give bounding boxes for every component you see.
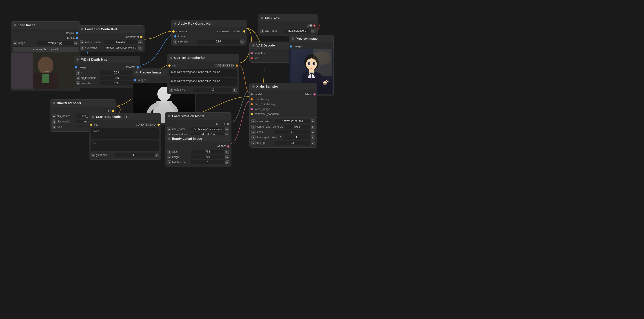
preview-depth-images-label: images	[138, 79, 146, 82]
xlabs-noise-seed-right-btn[interactable]: ▶	[311, 119, 315, 123]
xlabs-timestep-right-btn[interactable]: ▶	[311, 136, 315, 140]
midas-image-output-port[interactable]	[136, 66, 139, 68]
afc-strength-left-btn[interactable]: ◀	[173, 40, 177, 44]
empty-latent-image-title: Empty Latent Image	[166, 135, 231, 142]
xlabs-latent-image-port[interactable]	[250, 108, 253, 110]
dual-clip-output-label: CLIP	[104, 110, 110, 112]
vae-decode-samples-port[interactable]	[250, 52, 253, 54]
svg-rect-5	[11, 53, 33, 89]
preview-right-images-port[interactable]	[290, 46, 292, 48]
midas-bg-left-btn[interactable]: ◀	[76, 76, 80, 80]
xlabs-controlnet-condition-port[interactable]	[250, 113, 253, 115]
node-status-dot	[174, 22, 176, 25]
cte-top-conditioning-port[interactable]	[236, 64, 238, 67]
cte-top-guidance-left-btn[interactable]: ◀	[169, 88, 173, 92]
controlnet-output-port[interactable]	[140, 36, 142, 38]
xlabs-model-port[interactable]	[250, 93, 253, 96]
latent-output-port[interactable]	[227, 145, 230, 148]
midas-a-left-btn[interactable]: ◀	[76, 70, 80, 74]
xlabs-latent-output-port[interactable]	[314, 93, 316, 96]
xlabs-noise-seed-label: noise_seed	[256, 120, 274, 123]
model-name-left-btn[interactable]: ◀	[80, 40, 84, 44]
cte-top-clip-input-port[interactable]	[168, 64, 170, 67]
apply-flux-controlnet-node: Apply Flux ControlNet controlnet control…	[171, 20, 246, 46]
load-vae-node: Load VAE VAE ◀ vae_name ae.safetensors ▶	[258, 14, 318, 36]
image-output-row: IMAGE	[11, 30, 80, 36]
cte-bottom-conditioning-port[interactable]	[158, 124, 160, 126]
vae-output-port[interactable]	[313, 24, 316, 27]
xlabs-control-after-right-btn[interactable]: ▶	[311, 125, 315, 129]
eli-width-label: width	[172, 150, 190, 153]
xlabs-timestep-value: 1	[283, 136, 310, 140]
vae-decode-label: VAE Decode	[256, 44, 275, 47]
cte-bottom-t5xxl-area[interactable]: t5xxl	[91, 140, 159, 152]
controlnet-path-left-btn[interactable]: ◀	[80, 46, 84, 50]
image-output-label: IMAGE	[66, 32, 75, 34]
midas-image-input-port[interactable]	[75, 66, 77, 68]
xlabs-neg-conditioning-port[interactable]	[250, 103, 253, 105]
dual-clip-output-port[interactable]	[112, 110, 114, 112]
xlabs-latent-output-label: latent	[305, 93, 312, 96]
xlabs-sampler-label: Xlabs Sampler	[256, 85, 278, 88]
unet-name-left-btn[interactable]: ◀	[167, 127, 171, 131]
image-right-btn[interactable]: ▶	[74, 41, 78, 45]
xlabs-steps-left-btn[interactable]: ◀	[252, 130, 256, 134]
latent-output-row: LATENT	[166, 144, 231, 149]
cte-bottom-guidance-left-btn[interactable]: ◀	[91, 153, 95, 157]
xlabs-control-after-left-btn[interactable]: ◀	[252, 125, 256, 129]
dual-clip2-left-btn[interactable]: ◀	[52, 120, 56, 124]
afc-controlnet-input-port[interactable]	[172, 30, 174, 32]
cte-bottom-guidance-right-btn[interactable]: ▶	[155, 153, 159, 157]
xlabs-neg-conditioning-label: neg_conditioning	[254, 103, 275, 106]
eli-height-row: ◀ height 768 ▶	[166, 154, 231, 160]
model-name-right-btn[interactable]: ▶	[138, 40, 142, 44]
xlabs-steps-right-btn[interactable]: ▶	[311, 130, 315, 134]
eli-height-left-btn[interactable]: ◀	[167, 155, 171, 159]
cte-bottom-clip-l-area[interactable]: clip_l	[91, 128, 159, 139]
model-output-port[interactable]	[227, 123, 230, 125]
afc-image-input-port[interactable]	[174, 35, 176, 38]
xlabs-conditioning-port[interactable]	[250, 98, 253, 100]
svg-text:photo: photo	[42, 70, 48, 72]
mask-output-label: MASK	[67, 36, 75, 40]
dual-clip1-left-btn[interactable]: ◀	[52, 114, 56, 118]
afc-condition-output-label: controlnet_condition	[217, 30, 241, 33]
eli-batch-left-btn[interactable]: ◀	[167, 160, 171, 164]
midas-res-label: resolution	[81, 82, 99, 85]
xlabs-timestep-left-btn[interactable]: ◀	[252, 136, 256, 140]
model-name-row: ◀ model_name flux-dev ▶	[78, 40, 144, 45]
xlabs-noise-seed-left-btn[interactable]: ◀	[252, 119, 256, 123]
upload-button[interactable]: choose file to upload	[13, 47, 78, 52]
dual-clip-output-row: CLIP	[50, 108, 116, 114]
cte-bottom-clip-input-port[interactable]	[90, 124, 92, 126]
eli-width-left-btn[interactable]: ◀	[167, 150, 171, 154]
controlnet-path-right-btn[interactable]: ▶	[138, 46, 142, 50]
midas-res-left-btn[interactable]: ◀	[76, 81, 80, 85]
xlabs-steps-value: 25	[275, 130, 310, 134]
afc-condition-output-port[interactable]	[243, 30, 246, 32]
preview-depth-images-port[interactable]	[134, 79, 136, 81]
xlabs-conditioning-label: conditioning	[254, 98, 269, 101]
xlabs-latent-image-label: latent_image	[254, 108, 270, 111]
node-status-dot	[252, 44, 254, 46]
vae-name-row: ◀ vae_name ae.safetensors ▶	[258, 28, 317, 34]
image-left-btn[interactable]: ◀	[13, 41, 17, 45]
eli-height-right-btn[interactable]: ▶	[226, 155, 230, 159]
dual-type-left-btn[interactable]: ◀	[52, 125, 56, 129]
node-status-dot	[292, 38, 294, 40]
cte-top-text2[interactable]: man with microphone in the office, anime	[169, 78, 237, 86]
eli-width-right-btn[interactable]: ▶	[226, 150, 230, 154]
cte-top-guidance-right-btn[interactable]: ▶	[233, 88, 237, 92]
vae-name-right-btn[interactable]: ▶	[312, 29, 316, 33]
eli-batch-right-btn[interactable]: ▶	[226, 160, 230, 164]
node-status-dot	[14, 24, 16, 26]
afc-strength-right-btn[interactable]: ▶	[240, 40, 244, 44]
vae-name-left-btn[interactable]: ◀	[260, 29, 264, 33]
unet-name-right-btn[interactable]: ▶	[226, 127, 230, 131]
vae-decode-vae-port[interactable]	[250, 57, 253, 59]
load-diffusion-model-title: Load Diffusion Model	[166, 112, 231, 120]
cte-top-text1[interactable]: man with microphone in the office, anime	[169, 69, 237, 77]
midas-res-row: ◀ resolution 768 ▶	[74, 81, 140, 86]
xlabs-true-gs-left-btn[interactable]: ◀	[252, 141, 256, 145]
xlabs-true-gs-right-btn[interactable]: ▶	[311, 141, 315, 145]
